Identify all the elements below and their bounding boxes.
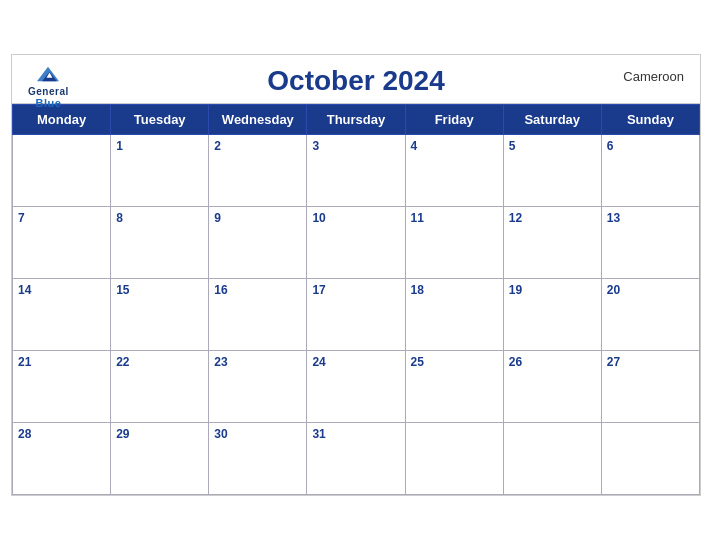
day-number-21: 21	[18, 355, 31, 369]
day-cell-19: 19	[503, 279, 601, 351]
day-cell-2: 2	[209, 135, 307, 207]
day-cell-1: 1	[111, 135, 209, 207]
day-number-19: 19	[509, 283, 522, 297]
logo-text-blue: Blue	[35, 97, 61, 109]
day-number-7: 7	[18, 211, 25, 225]
day-number-23: 23	[214, 355, 227, 369]
calendar-header: General Blue October 2024 Cameroon	[12, 55, 700, 104]
day-cell-6: 6	[601, 135, 699, 207]
day-cell-29: 29	[111, 423, 209, 495]
col-monday: Monday	[13, 105, 111, 135]
day-cell-23: 23	[209, 351, 307, 423]
logo: General Blue	[28, 63, 69, 109]
weekday-header-row: Monday Tuesday Wednesday Thursday Friday…	[13, 105, 700, 135]
day-number-20: 20	[607, 283, 620, 297]
day-cell-21: 21	[13, 351, 111, 423]
day-number-14: 14	[18, 283, 31, 297]
day-number-24: 24	[312, 355, 325, 369]
logo-text-general: General	[28, 86, 69, 97]
col-friday: Friday	[405, 105, 503, 135]
day-number-5: 5	[509, 139, 516, 153]
day-number-2: 2	[214, 139, 221, 153]
col-thursday: Thursday	[307, 105, 405, 135]
day-number-6: 6	[607, 139, 614, 153]
day-cell-18: 18	[405, 279, 503, 351]
day-number-9: 9	[214, 211, 221, 225]
day-number-1: 1	[116, 139, 123, 153]
day-number-29: 29	[116, 427, 129, 441]
day-number-3: 3	[312, 139, 319, 153]
day-cell-26: 26	[503, 351, 601, 423]
day-cell-3: 3	[307, 135, 405, 207]
week-row-3: 14151617181920	[13, 279, 700, 351]
day-cell-9: 9	[209, 207, 307, 279]
day-cell-14: 14	[13, 279, 111, 351]
day-cell-17: 17	[307, 279, 405, 351]
day-number-27: 27	[607, 355, 620, 369]
week-row-5: 28293031	[13, 423, 700, 495]
country-label: Cameroon	[623, 69, 684, 84]
day-cell-7: 7	[13, 207, 111, 279]
day-cell-22: 22	[111, 351, 209, 423]
day-number-28: 28	[18, 427, 31, 441]
day-cell-15: 15	[111, 279, 209, 351]
day-cell-27: 27	[601, 351, 699, 423]
month-title: October 2024	[267, 65, 444, 97]
empty-cell-w0-d0	[13, 135, 111, 207]
day-cell-13: 13	[601, 207, 699, 279]
day-cell-12: 12	[503, 207, 601, 279]
day-number-4: 4	[411, 139, 418, 153]
col-sunday: Sunday	[601, 105, 699, 135]
day-cell-11: 11	[405, 207, 503, 279]
day-cell-20: 20	[601, 279, 699, 351]
calendar: General Blue October 2024 Cameroon Monda…	[11, 54, 701, 496]
day-number-30: 30	[214, 427, 227, 441]
col-tuesday: Tuesday	[111, 105, 209, 135]
day-number-16: 16	[214, 283, 227, 297]
day-number-8: 8	[116, 211, 123, 225]
day-number-17: 17	[312, 283, 325, 297]
day-number-13: 13	[607, 211, 620, 225]
day-cell-25: 25	[405, 351, 503, 423]
day-number-25: 25	[411, 355, 424, 369]
day-number-18: 18	[411, 283, 424, 297]
empty-cell-w4-d6	[601, 423, 699, 495]
day-cell-31: 31	[307, 423, 405, 495]
day-number-12: 12	[509, 211, 522, 225]
empty-cell-w4-d4	[405, 423, 503, 495]
day-number-15: 15	[116, 283, 129, 297]
calendar-grid: Monday Tuesday Wednesday Thursday Friday…	[12, 104, 700, 495]
day-number-10: 10	[312, 211, 325, 225]
day-cell-8: 8	[111, 207, 209, 279]
day-number-11: 11	[411, 211, 424, 225]
col-wednesday: Wednesday	[209, 105, 307, 135]
week-row-1: 123456	[13, 135, 700, 207]
day-cell-10: 10	[307, 207, 405, 279]
day-cell-28: 28	[13, 423, 111, 495]
day-cell-5: 5	[503, 135, 601, 207]
day-number-26: 26	[509, 355, 522, 369]
empty-cell-w4-d5	[503, 423, 601, 495]
day-cell-16: 16	[209, 279, 307, 351]
day-cell-24: 24	[307, 351, 405, 423]
col-saturday: Saturday	[503, 105, 601, 135]
logo-icon	[33, 63, 63, 85]
week-row-2: 78910111213	[13, 207, 700, 279]
day-cell-30: 30	[209, 423, 307, 495]
day-cell-4: 4	[405, 135, 503, 207]
day-number-31: 31	[312, 427, 325, 441]
week-row-4: 21222324252627	[13, 351, 700, 423]
day-number-22: 22	[116, 355, 129, 369]
